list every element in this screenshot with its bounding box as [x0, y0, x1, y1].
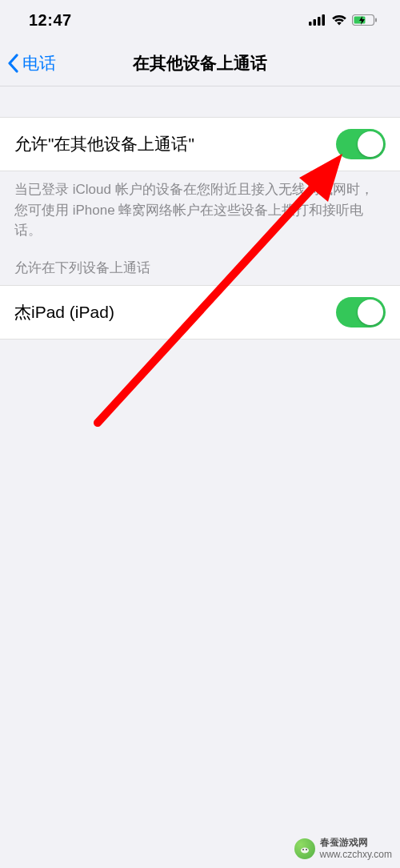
back-label: 电话: [22, 52, 56, 74]
status-time: 12:47: [29, 11, 72, 30]
wifi-icon: [331, 14, 347, 26]
spacer: [0, 86, 400, 117]
nav-bar: 电话 在其他设备上通话: [0, 40, 400, 86]
svg-rect-5: [375, 18, 377, 22]
svg-rect-0: [309, 22, 312, 26]
chevron-left-icon: [6, 54, 19, 73]
device-row[interactable]: 杰iPad (iPad): [0, 285, 400, 340]
back-button[interactable]: 电话: [0, 52, 56, 74]
watermark-title: 春蚕游戏网: [320, 837, 392, 848]
cellular-icon: [309, 14, 326, 26]
devices-section-header: 允许在下列设备上通话: [0, 259, 400, 285]
watermark-url: www.czchxy.com: [320, 849, 392, 860]
watermark-text: 春蚕游戏网 www.czchxy.com: [320, 837, 392, 860]
device-toggle[interactable]: [336, 297, 386, 328]
page-title: 在其他设备上通话: [133, 52, 267, 74]
svg-rect-3: [322, 14, 326, 26]
svg-point-10: [302, 849, 304, 850]
status-icons: [309, 14, 378, 26]
allow-calls-footer: 当已登录 iCloud 帐户的设备在您附近且接入无线局域网时，您可使用 iPho…: [0, 171, 400, 259]
watermark-logo-icon: [294, 838, 315, 859]
status-bar: 12:47: [0, 0, 400, 40]
svg-rect-1: [314, 19, 317, 26]
allow-calls-toggle[interactable]: [336, 129, 386, 159]
svg-rect-2: [318, 17, 321, 26]
battery-charging-icon: [352, 14, 378, 26]
allow-calls-row[interactable]: 允许"在其他设备上通话": [0, 117, 400, 171]
svg-point-11: [306, 849, 307, 850]
svg-point-9: [301, 847, 309, 853]
watermark: 春蚕游戏网 www.czchxy.com: [294, 837, 392, 860]
allow-calls-label: 允许"在其他设备上通话": [14, 133, 194, 155]
device-label: 杰iPad (iPad): [14, 301, 114, 323]
